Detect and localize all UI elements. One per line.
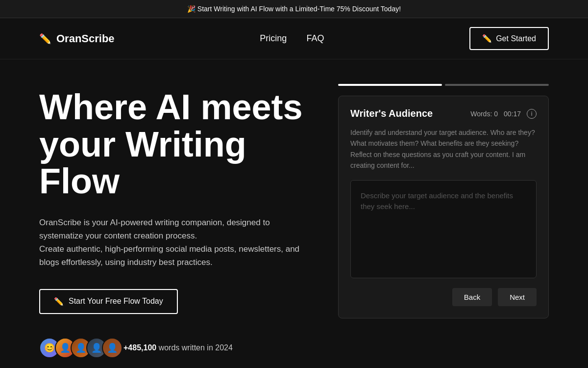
hero-description: OranScribe is your AI-powered writing co… — [39, 216, 309, 269]
announcement-text: 🎉 Start Writing with AI Flow with a Limi… — [187, 5, 401, 13]
nav-link-pricing[interactable]: Pricing — [260, 33, 287, 44]
right-section: Writer's Audience Words: 0 00:17 i Ident… — [338, 84, 549, 318]
progress-segment-2 — [445, 84, 549, 86]
cta-label: Start Your Free Flow Today — [69, 297, 163, 306]
nav-link-faq[interactable]: FAQ — [306, 33, 324, 44]
card-actions: Back Next — [350, 288, 537, 306]
card-meta: Words: 0 00:17 i — [470, 109, 537, 119]
get-started-label: Get Started — [496, 34, 536, 43]
back-button[interactable]: Back — [452, 288, 492, 306]
card-description: Identify and understand your target audi… — [350, 127, 537, 171]
textarea-container[interactable]: Describe your target audience and the be… — [350, 180, 537, 278]
cta-icon: ✏️ — [54, 297, 64, 306]
cta-button[interactable]: ✏️ Start Your Free Flow Today — [39, 289, 178, 314]
avatar-stack: 😊 👤 👤 👤 👤 — [39, 338, 118, 358]
timer-display: 00:17 — [504, 110, 521, 118]
nav-links: Pricing FAQ — [260, 33, 324, 44]
main-content: Where AI meets your Writing Flow OranScr… — [0, 59, 588, 368]
avatar-row: 😊 👤 👤 👤 👤 +485,100 words written in 2024 — [39, 338, 309, 358]
textarea-placeholder: Describe your target audience and the be… — [361, 190, 526, 212]
get-started-icon: ✏️ — [482, 34, 492, 43]
logo-text: OranScribe — [56, 32, 115, 45]
get-started-button[interactable]: ✏️ Get Started — [469, 27, 549, 50]
card-header: Writer's Audience Words: 0 00:17 i — [350, 108, 537, 119]
hero-title: Where AI meets your Writing Flow — [39, 89, 309, 200]
words-count-label: Words: 0 — [470, 110, 498, 118]
words-count: +485,100 — [123, 343, 156, 352]
words-label: words written in 2024 — [159, 343, 233, 352]
navbar: ✏️ OranScribe Pricing FAQ ✏️ Get Started — [0, 18, 588, 59]
announcement-banner: 🎉 Start Writing with AI Flow with a Limi… — [0, 0, 588, 18]
left-section: Where AI meets your Writing Flow OranScr… — [39, 89, 309, 358]
widget-card: Writer's Audience Words: 0 00:17 i Ident… — [338, 96, 549, 318]
logo-icon: ✏️ — [39, 33, 51, 45]
info-icon[interactable]: i — [527, 109, 537, 119]
words-stat: +485,100 words written in 2024 — [123, 343, 233, 352]
progress-segment-1 — [338, 84, 442, 86]
logo[interactable]: ✏️ OranScribe — [39, 32, 115, 45]
card-title: Writer's Audience — [350, 108, 433, 119]
progress-bar — [338, 84, 549, 86]
avatar: 👤 — [102, 338, 122, 358]
next-button[interactable]: Next — [498, 288, 537, 306]
